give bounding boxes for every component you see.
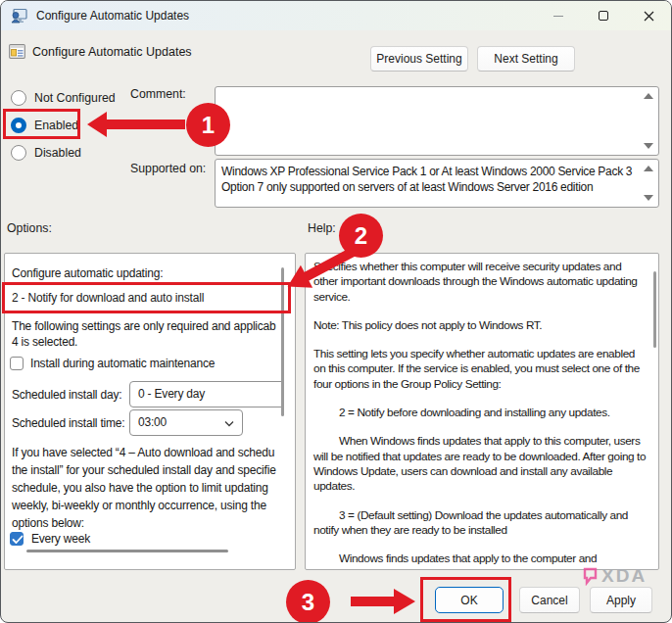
window-controls [536,1,671,30]
help-paragraph: 2 = Notify before downloading and instal… [313,406,648,420]
options-paragraph-line: If you have selected “4 – Auto download … [12,446,274,459]
group-policy-app-icon [11,8,27,24]
options-paragraph-line: weekly, bi-weekly or monthly occurrence,… [12,499,266,512]
scroll-down-icon[interactable] [644,143,653,149]
radio-disabled[interactable]: Disabled [11,144,81,162]
previous-setting-button[interactable]: Previous Setting [370,46,468,72]
xda-watermark: XDA [583,565,647,587]
minimize-icon [553,16,563,17]
supported-on-label: Supported on: [130,162,206,175]
help-paragraph: When Windows finds updates that apply to… [313,434,648,494]
next-setting-button[interactable]: Next Setting [477,46,575,72]
help-panel: Specifies whether this computer will rec… [305,253,659,570]
radio-not-configured[interactable]: Not Configured [11,89,116,107]
scroll-up-icon[interactable] [644,93,653,99]
cancel-button[interactable]: Cancel [519,587,580,613]
close-icon [644,11,654,22]
maximize-icon [599,11,608,21]
options-paragraph-line: the install” for your scheduled install … [12,463,276,477]
help-paragraph: This setting lets you specify whether au… [313,347,648,392]
titlebar: Configure Automatic Updates [1,1,671,30]
options-horizontal-scrollbar[interactable] [26,550,228,552]
comment-label: Comment: [130,87,186,101]
annotation-box-ok [420,577,511,622]
check-icon [12,535,24,545]
install-maintenance-checkbox[interactable] [10,357,24,370]
options-paragraph-line: 4 is selected. [12,335,77,349]
setting-title: Configure Automatic Updates [32,45,192,59]
annotation-step-3: 3 [286,580,330,623]
radio-circle-icon [11,145,26,161]
annotation-arrow-left-icon [87,112,185,137]
options-paragraph-line: options below: [12,516,84,530]
scroll-down-icon[interactable] [644,195,653,201]
help-label: Help: [308,221,336,235]
install-time-combo[interactable]: 03:00 [129,409,243,436]
window-title: Configure Automatic Updates [36,9,189,23]
annotation-step-2: 2 [339,214,383,258]
annotation-box-enabled [3,109,80,139]
install-day-label: Scheduled install day: [12,388,121,402]
install-maintenance-label: Install during automatic maintenance [30,357,215,370]
xda-watermark-text: XDA [601,565,647,587]
close-button[interactable] [626,1,671,30]
comment-textarea[interactable] [215,86,659,156]
help-paragraph: Note: This policy does not apply to Wind… [313,318,648,333]
policy-setting-icon [9,43,25,60]
annotation-step-1: 1 [186,103,230,147]
supported-on-text: Windows XP Professional Service Pack 1 o… [221,164,639,195]
chevron-down-icon [224,420,234,427]
supported-on-box[interactable]: Windows XP Professional Service Pack 1 o… [215,159,659,208]
configure-automatic-updates-dialog: Configure Automatic Updates Configure Au… [0,0,672,623]
install-time-value: 03:00 [138,415,167,429]
radio-circle-icon [11,90,26,106]
help-vertical-scrollbar[interactable] [653,271,656,348]
apply-button[interactable]: Apply [590,587,652,613]
annotation-arrow-right-icon [351,589,415,614]
install-time-label: Scheduled install time: [12,416,124,430]
help-text: Specifies whether this computer will rec… [307,255,651,569]
every-week-label: Every week [31,532,90,546]
help-paragraph: Specifies whether this computer will rec… [313,260,648,305]
radio-label: Not Configured [34,91,116,105]
install-day-combo[interactable]: 0 - Every day [129,381,283,407]
options-paragraph-line: The following settings are only required… [12,319,276,333]
maximize-button[interactable] [581,1,626,30]
options-paragraph-line: schedule, you also have the option to li… [12,481,268,495]
help-paragraph: 3 = (Default setting) Download the updat… [313,508,648,539]
minimize-button[interactable] [536,1,581,30]
xda-logo-icon [583,567,600,586]
every-week-checkbox[interactable] [10,532,24,546]
scroll-up-icon[interactable] [644,166,653,171]
radio-label: Disabled [34,146,81,160]
options-label: Options: [7,221,52,235]
configure-updating-label: Configure automatic updating: [12,266,163,280]
annotation-box-dropdown [2,282,291,313]
